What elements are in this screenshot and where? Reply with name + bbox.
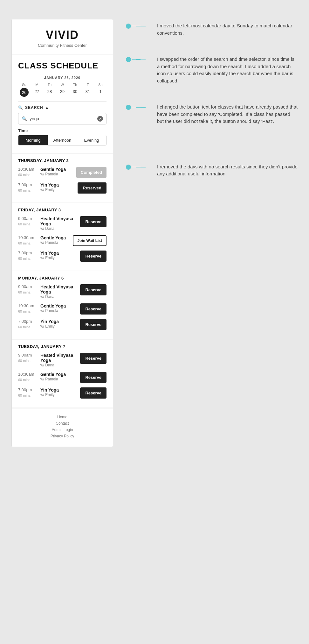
- cal-label-sa: Sa: [94, 82, 106, 87]
- annotation-1: I swapped the order of the search and ti…: [126, 56, 298, 84]
- app-title: VIVID: [18, 28, 106, 42]
- annotation-text-1: I swapped the order of the search and ti…: [151, 56, 298, 84]
- class-duration: 60 mins.: [18, 241, 31, 245]
- class-time-block-0-1: 7:00pm60 mins.: [18, 182, 37, 193]
- app-header: VIVID Community Fitness Center: [12, 19, 113, 54]
- calendar-grid: Su M Tu W Th F Sa 26 27 28 29 30 31 1: [18, 82, 106, 97]
- class-action-button-1-1[interactable]: Join Wait List: [73, 235, 106, 246]
- class-info-2-1: Gentle Yogaw/ Pamela: [40, 303, 77, 313]
- class-duration: 60 mins.: [18, 393, 31, 397]
- class-time: 7:00pm: [18, 387, 37, 392]
- class-time-block-0-0: 10:30am60 mins.: [18, 167, 37, 177]
- time-btn-evening[interactable]: Evening: [77, 135, 106, 145]
- time-btn-afternoon[interactable]: Afternoon: [48, 135, 77, 145]
- class-info-2-2: Yin Yogaw/ Emily: [40, 319, 77, 329]
- class-instructor: w/ Pamela: [40, 308, 77, 313]
- class-instructor: w/ Dana: [40, 294, 77, 299]
- cal-day-31[interactable]: 31: [82, 88, 94, 97]
- cal-day-1[interactable]: 1: [94, 88, 106, 97]
- search-input-wrap: 🔍 ✕: [18, 113, 106, 124]
- class-time-block-3-0: 9:00am60 mins.: [18, 353, 37, 363]
- cal-day-29[interactable]: 29: [56, 88, 68, 97]
- class-info-3-2: Yin Yogaw/ Emily: [40, 387, 77, 397]
- search-caret-icon: ▲: [45, 105, 49, 110]
- class-action-button-1-2[interactable]: Reserve: [80, 251, 106, 262]
- class-action-button-2-2[interactable]: Reserve: [80, 319, 106, 330]
- class-duration: 60 mins.: [18, 325, 31, 329]
- app-card: VIVID Community Fitness Center CLASS SCH…: [11, 19, 113, 447]
- cal-day-27[interactable]: 27: [31, 88, 43, 97]
- app-footer: Home Contact Admin Login Privacy Policy: [12, 408, 113, 447]
- class-time: 10:30am: [18, 167, 37, 172]
- class-action-button-3-2[interactable]: Reserve: [80, 387, 106, 399]
- class-instructor: w/ Dana: [40, 363, 77, 367]
- cal-day-26[interactable]: 26: [20, 88, 29, 97]
- class-info-3-0: Heated Vinyasa Yogaw/ Dana: [40, 353, 77, 367]
- class-name: Yin Yoga: [40, 319, 77, 324]
- app-subtitle: Community Fitness Center: [18, 43, 106, 48]
- class-name: Yin Yoga: [40, 182, 74, 188]
- class-info-1-0: Heated Vinyasa Yogaw/ Dana: [40, 216, 77, 231]
- cal-day-30[interactable]: 30: [69, 88, 81, 97]
- class-action-button-3-0[interactable]: Reserve: [80, 353, 106, 364]
- class-duration: 60 mins.: [18, 290, 31, 294]
- class-instructor: w/ Emily: [40, 188, 74, 192]
- class-name: Gentle Yoga: [40, 303, 77, 308]
- day-header-1: FRIDAY, JANUARY 3: [18, 208, 106, 212]
- footer-link-home[interactable]: Home: [18, 415, 106, 419]
- class-time-block-1-2: 7:00pm60 mins.: [18, 251, 37, 261]
- table-row: 9:00am60 mins.Heated Vinyasa Yogaw/ Dana…: [18, 216, 106, 231]
- schedule-section: CLASS SCHEDULE JANUARY 26, 2020 Su M Tu …: [12, 54, 113, 153]
- search-section: 🔍 SEARCH ▲ 🔍 ✕ Time Morning Afternoon Ev…: [18, 101, 106, 145]
- class-instructor: w/ Pamela: [40, 240, 70, 245]
- cal-label-m: M: [31, 82, 43, 87]
- footer-link-admin[interactable]: Admin Login: [18, 428, 106, 432]
- day-section-1: FRIDAY, JANUARY 39:00am60 mins.Heated Vi…: [12, 203, 113, 271]
- class-instructor: w/ Emily: [40, 324, 77, 329]
- annotation-dot-1: [126, 57, 131, 62]
- class-info-1-2: Yin Yogaw/ Emily: [40, 251, 77, 260]
- class-time: 10:30am: [18, 235, 37, 240]
- class-duration: 60 mins.: [18, 359, 31, 363]
- class-name: Heated Vinyasa Yoga: [40, 284, 77, 294]
- annotation-text-2: I changed the button text for classes th…: [151, 103, 298, 125]
- class-time: 9:00am: [18, 353, 37, 357]
- table-row: 9:00am60 mins.Heated Vinyasa Yogaw/ Dana…: [18, 284, 106, 299]
- class-name: Yin Yoga: [40, 251, 77, 256]
- search-toggle[interactable]: 🔍 SEARCH ▲: [18, 105, 106, 110]
- class-action-button-2-0[interactable]: Reserve: [80, 284, 106, 295]
- cal-label-th: Th: [69, 82, 81, 87]
- search-clear-button[interactable]: ✕: [97, 116, 103, 122]
- class-instructor: w/ Dana: [40, 226, 77, 231]
- class-instructor: w/ Pamela: [40, 172, 73, 176]
- search-icon: 🔍: [18, 105, 23, 110]
- class-action-button-1-0[interactable]: Reserve: [80, 216, 106, 227]
- class-info-0-0: Gentle Yogaw/ Pamela: [40, 167, 73, 176]
- class-action-button-2-1[interactable]: Reserve: [80, 303, 106, 315]
- annotation-line-1: [136, 60, 146, 60]
- footer-link-privacy[interactable]: Privacy Policy: [18, 434, 106, 438]
- class-name: Yin Yoga: [40, 387, 77, 393]
- annotation-line-3: [136, 167, 146, 167]
- class-info-0-1: Yin Yogaw/ Emily: [40, 182, 74, 192]
- table-row: 10:30am60 mins.Gentle Yogaw/ PamelaCompl…: [18, 167, 106, 178]
- class-action-button-0-0[interactable]: Completed: [76, 167, 106, 178]
- cal-day-28[interactable]: 28: [44, 88, 56, 97]
- class-name: Heated Vinyasa Yoga: [40, 216, 77, 226]
- class-instructor: w/ Emily: [40, 393, 77, 397]
- footer-link-contact[interactable]: Contact: [18, 421, 106, 426]
- class-action-button-0-1[interactable]: Reserved: [78, 182, 106, 194]
- class-time-block-1-0: 9:00am60 mins.: [18, 216, 37, 227]
- class-time: 10:30am: [18, 303, 37, 308]
- day-header-0: THURSDAY, JANUARY 2: [18, 158, 106, 163]
- annotation-dot-0: [126, 24, 131, 29]
- search-input[interactable]: [30, 116, 97, 121]
- annotations-panel: I moved the left-most calendar day to Su…: [126, 19, 298, 197]
- time-label: Time: [18, 128, 106, 133]
- class-duration: 60 mins.: [18, 188, 31, 192]
- annotation-3: I removed the days with no search result…: [126, 163, 298, 178]
- time-btn-morning[interactable]: Morning: [18, 135, 48, 145]
- class-time: 9:00am: [18, 216, 37, 221]
- class-action-button-3-1[interactable]: Reserve: [80, 372, 106, 383]
- search-toggle-label: SEARCH: [25, 105, 43, 110]
